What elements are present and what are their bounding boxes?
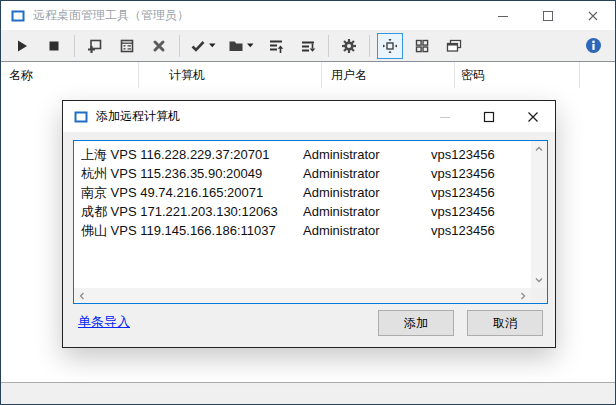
window-title: 远程桌面管理工具（管理员） (33, 7, 480, 24)
minimize-button[interactable] (480, 1, 525, 30)
entries-text: 上海 VPS 116.228.229.37:20701 Administrato… (74, 145, 530, 240)
computer-entry: 杭州 VPS 115.236.35.90:20049 Administrator… (74, 164, 530, 183)
vertical-scrollbar[interactable] (531, 141, 547, 288)
gear-icon (341, 38, 357, 54)
delete-x-icon (151, 38, 167, 54)
entry-password: vps123456 (431, 145, 495, 164)
run-button[interactable] (9, 33, 35, 59)
entry-username: Administrator (303, 145, 431, 164)
dropdown-caret-icon (209, 43, 216, 48)
toolbar-separator (369, 35, 370, 57)
column-separator (579, 62, 580, 88)
entry-name: 上海 VPS (81, 147, 137, 162)
entry-username: Administrator (303, 164, 431, 183)
cascade-windows-icon (446, 38, 463, 54)
column-separator (138, 62, 139, 88)
cancel-button[interactable]: 取消 (467, 310, 543, 336)
app-window-icon (10, 8, 26, 24)
edit-window-icon (119, 38, 135, 54)
computer-entry: 南京 VPS 49.74.216.165:20071 Administrator… (74, 183, 530, 202)
entry-username: Administrator (303, 221, 431, 240)
about-button[interactable] (580, 33, 606, 59)
move-up-icon (268, 38, 284, 54)
scroll-right-icon (518, 291, 528, 301)
computer-entry: 成都 VPS 171.221.203.130:12063 Administrat… (74, 202, 530, 221)
dialog-window-icon (73, 109, 89, 125)
column-header-password[interactable]: 密码 (461, 62, 485, 88)
add-computer-dialog: 添加远程计算机 上海 VPS 116.228.229.37:20701 Admi… (62, 100, 556, 348)
edit-computer-button[interactable] (114, 33, 140, 59)
entry-password: vps123456 (431, 221, 495, 240)
dialog-title: 添加远程计算机 (96, 108, 423, 125)
cascade-windows-button[interactable] (441, 33, 467, 59)
toolbar-separator (74, 35, 75, 57)
entry-address: 171.221.203.130:12063 (140, 204, 277, 219)
move-down-button[interactable] (295, 33, 321, 59)
settings-button[interactable] (336, 33, 362, 59)
stop-icon (46, 38, 62, 54)
computer-entry: 佛山 VPS 119.145.166.186:11037 Administrat… (74, 221, 530, 240)
entry-name: 成都 VPS (81, 204, 137, 219)
computer-entries-textbox[interactable]: 上海 VPS 116.228.229.37:20701 Administrato… (73, 140, 548, 304)
dropdown-caret-icon (247, 43, 254, 48)
column-header-name[interactable]: 名称 (9, 62, 33, 88)
entry-username: Administrator (303, 202, 431, 221)
entry-address: 49.74.216.165:20071 (140, 185, 263, 200)
entry-password: vps123456 (431, 164, 495, 183)
play-icon (14, 38, 30, 54)
add-button[interactable]: 添加 (378, 310, 454, 336)
list-header: 名称 计算机 用户名 密码 (1, 62, 615, 88)
single-import-link[interactable]: 单条导入 (78, 313, 130, 331)
entry-name: 佛山 VPS (81, 223, 137, 238)
dialog-minimize-button (423, 101, 467, 132)
entry-address: 119.145.166.186:11037 (140, 223, 275, 238)
fit-window-button[interactable] (377, 33, 403, 59)
add-window-icon (87, 38, 103, 54)
scroll-up-icon (534, 144, 544, 154)
entry-password: vps123456 (431, 202, 495, 221)
status-bar (1, 382, 615, 404)
titlebar: 远程桌面管理工具（管理员） (1, 1, 615, 30)
scroll-down-icon (534, 275, 544, 285)
toolbar-separator (179, 35, 180, 57)
entry-username: Administrator (303, 183, 431, 202)
tile-grid-icon (414, 38, 430, 54)
dialog-maximize-button[interactable] (467, 101, 511, 132)
column-separator (454, 62, 455, 88)
close-button[interactable] (570, 1, 615, 30)
scroll-left-icon (77, 291, 87, 301)
entry-name: 杭州 VPS (81, 166, 137, 181)
open-group-button[interactable] (225, 33, 257, 59)
toolbar (1, 30, 615, 61)
dialog-titlebar: 添加远程计算机 (63, 101, 555, 132)
entry-address: 115.236.35.90:20049 (140, 166, 262, 181)
horizontal-scrollbar[interactable] (74, 288, 531, 303)
connect-check-button[interactable] (187, 33, 219, 59)
delete-computer-button[interactable] (146, 33, 172, 59)
stop-button[interactable] (41, 33, 67, 59)
entry-name: 南京 VPS (81, 185, 137, 200)
info-icon (585, 37, 602, 54)
tile-windows-button[interactable] (409, 33, 435, 59)
folder-icon (228, 38, 244, 54)
scrollbar-corner (531, 288, 547, 303)
move-up-button[interactable] (263, 33, 289, 59)
computer-entry: 上海 VPS 116.228.229.37:20701 Administrato… (74, 145, 530, 164)
check-icon (190, 38, 206, 54)
dialog-close-button[interactable] (511, 101, 555, 132)
move-down-icon (300, 38, 316, 54)
column-header-computer[interactable]: 计算机 (169, 62, 205, 88)
entry-address: 116.228.229.37:20701 (140, 147, 269, 162)
add-computer-button[interactable] (82, 33, 108, 59)
maximize-button[interactable] (525, 1, 570, 30)
fit-window-icon (382, 38, 398, 54)
toolbar-separator (328, 35, 329, 57)
column-separator (321, 62, 322, 88)
entry-password: vps123456 (431, 183, 495, 202)
column-header-username[interactable]: 用户名 (331, 62, 367, 88)
